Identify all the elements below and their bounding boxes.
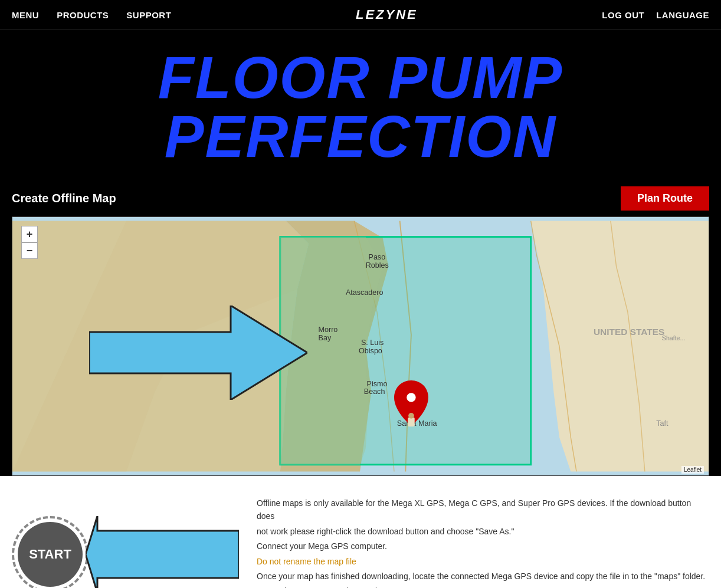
nav-logo: LEZYNE	[356, 7, 418, 22]
svg-text:Santa Maria: Santa Maria	[397, 419, 437, 428]
info-line2: not work please right-click the download…	[257, 525, 709, 538]
nav-left: MENU PRODUCTS SUPPORT	[12, 10, 171, 20]
info-line3: Connect your Mega GPS computer.	[257, 540, 709, 553]
start-label: START	[18, 522, 83, 587]
svg-rect-18	[408, 418, 415, 426]
nav-support[interactable]: SUPPORT	[126, 10, 171, 20]
info-warning: Do not rename the map file	[257, 555, 709, 568]
svg-text:Morro: Morro	[319, 326, 338, 334]
svg-text:Pismo: Pismo	[367, 380, 388, 388]
svg-text:Beach: Beach	[364, 387, 385, 396]
nav-language[interactable]: LANGUAGE	[656, 10, 709, 20]
svg-text:Bay: Bay	[319, 334, 332, 342]
svg-point-17	[407, 393, 415, 402]
map-container[interactable]: Paso Robles Atascadero Morro Bay S. Luis…	[12, 216, 709, 476]
zoom-controls: + −	[21, 226, 38, 259]
page-section: Create Offline Map Plan Route	[0, 178, 721, 476]
svg-marker-21	[86, 516, 239, 588]
svg-text:Obispo: Obispo	[359, 347, 382, 355]
info-line5: *example: LEZYNEGPS/Lezyne/Maps*	[257, 584, 709, 588]
nav-logout[interactable]: LOG OUT	[602, 10, 644, 20]
start-circle-button[interactable]: START	[12, 516, 89, 588]
hero-section: FLOOR PUMP PERFECTION	[0, 30, 721, 178]
arrow-left-graphic	[86, 516, 239, 588]
plan-route-button[interactable]: Plan Route	[621, 186, 709, 211]
svg-text:UNITED STATES: UNITED STATES	[594, 327, 664, 337]
svg-point-19	[408, 413, 414, 419]
nav-products[interactable]: PRODUCTS	[57, 10, 109, 20]
nav-menu[interactable]: MENU	[12, 10, 39, 20]
bottom-section: START Offline maps is only available for…	[0, 476, 721, 588]
info-text-section: Offline maps is only available for the M…	[257, 494, 709, 588]
svg-text:Paso: Paso	[369, 253, 386, 261]
svg-text:Taft: Taft	[656, 419, 668, 428]
svg-text:Robles: Robles	[366, 261, 389, 270]
page-header: Create Offline Map Plan Route	[12, 186, 709, 211]
map-attribution: Leaflet	[681, 466, 704, 474]
hero-title: FLOOR PUMP PERFECTION	[12, 48, 709, 166]
info-line4: Once your map has finished downloading, …	[257, 570, 709, 583]
info-line1: Offline maps is only available for the M…	[257, 497, 709, 523]
svg-text:Shafte...: Shafte...	[662, 334, 686, 341]
nav-right: LOG OUT LANGUAGE	[602, 10, 709, 20]
zoom-out-button[interactable]: −	[21, 242, 38, 259]
page-title: Create Offline Map	[12, 192, 116, 205]
svg-text:Atascadero: Atascadero	[346, 288, 383, 297]
svg-text:S. Luis: S. Luis	[361, 339, 384, 347]
navigation: MENU PRODUCTS SUPPORT LEZYNE LOG OUT LAN…	[0, 0, 721, 30]
zoom-in-button[interactable]: +	[21, 226, 38, 242]
svg-marker-20	[89, 306, 307, 400]
start-area: START	[12, 494, 239, 588]
arrow-right-graphic	[89, 306, 307, 400]
